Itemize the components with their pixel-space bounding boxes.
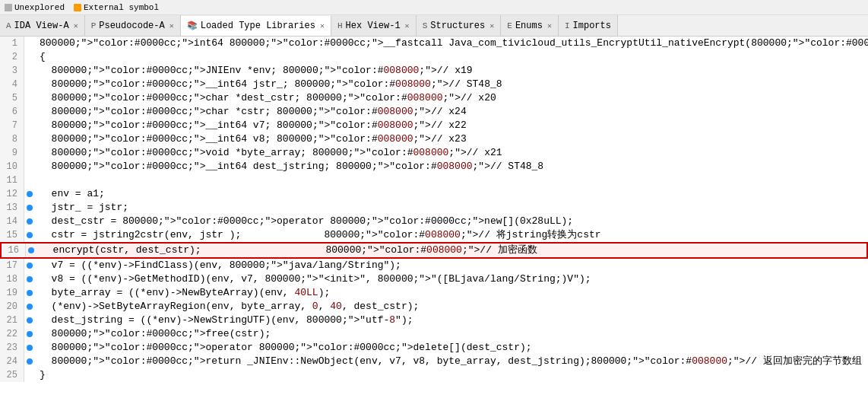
table-row: 7 800000;">"color:#0000cc;">__int64 v7; …: [0, 119, 868, 132]
line-content: 800000;">"color:#0000cc;">void *byte_arr…: [35, 146, 868, 160]
tab-pseudocode-close[interactable]: ✕: [169, 21, 174, 30]
table-row: 14 dest_cstr = 800000;">"color:#0000cc;"…: [0, 215, 868, 228]
line-number: 22: [0, 327, 24, 341]
line-number: 18: [0, 272, 24, 286]
tab-enums[interactable]: E Enums ✕: [501, 15, 559, 36]
tab-enums-close[interactable]: ✕: [547, 21, 552, 30]
line-number: 17: [0, 259, 24, 272]
tab-structures[interactable]: S Structures ✕: [417, 15, 502, 36]
external-dot: [74, 4, 81, 11]
line-content: 800000;">"color:#0000cc;">free(cstr);: [35, 327, 868, 341]
line-content: }: [35, 368, 868, 382]
tab-ida-view-close[interactable]: ✕: [74, 21, 78, 30]
tab-loaded-type[interactable]: 📚 Loaded Type Libraries ✕: [181, 16, 331, 37]
line-number: 16: [2, 244, 26, 257]
tab-structures-close[interactable]: ✕: [489, 21, 494, 30]
breakpoint-dot[interactable]: [24, 345, 35, 351]
line-number: 24: [0, 355, 24, 368]
tab-bar: A IDA View-A ✕ P Pseudocode-A ✕ 📚 Loaded…: [0, 15, 868, 37]
breakpoint-dot[interactable]: [24, 191, 35, 197]
table-row: 10 800000;">"color:#0000cc;">__int64 des…: [0, 160, 868, 174]
code-container[interactable]: 1800000;">"color:#0000cc;">int64 800000;…: [0, 37, 868, 398]
line-content: v7 = ((*env)->FindClass)(env, 800000;">"…: [35, 259, 868, 272]
tab-imports[interactable]: I Imports: [559, 15, 618, 36]
tab-loaded-type-close[interactable]: ✕: [320, 21, 325, 30]
line-content: 800000;">"color:#0000cc;">__int64 dest_j…: [35, 160, 868, 174]
tab-structures-label: Structures: [430, 21, 485, 31]
breakpoint-dot[interactable]: [24, 263, 35, 269]
table-row: 16 encrypt(cstr, dest_cstr); 800000;">"c…: [0, 242, 868, 259]
tab-enums-label: Enums: [515, 21, 543, 31]
line-number: 1: [0, 37, 24, 50]
breakpoint-dot[interactable]: [24, 218, 35, 224]
legend-bar: Unexplored External symbol: [0, 0, 868, 15]
legend-unexplored: Unexplored: [5, 3, 65, 12]
line-number: 11: [0, 174, 24, 187]
table-row: 5 800000;">"color:#0000cc;">char *dest_c…: [0, 91, 868, 105]
ida-view-icon: A: [6, 21, 11, 30]
line-number: 10: [0, 160, 24, 174]
line-content: 800000;">"color:#0000cc;">return _JNIEnv…: [35, 355, 868, 368]
line-content: jstr_ = jstr;: [35, 201, 868, 215]
tab-hex-view-close[interactable]: ✕: [405, 21, 410, 30]
breakpoint-dot[interactable]: [26, 247, 36, 253]
imports-icon: I: [565, 21, 570, 30]
breakpoint-dot[interactable]: [24, 276, 35, 282]
breakpoint-dot[interactable]: [24, 331, 35, 337]
tab-ida-view[interactable]: A IDA View-A ✕: [0, 15, 85, 36]
line-content: 800000;">"color:#0000cc;">JNIEnv *env; 8…: [35, 64, 868, 78]
legend-external: External symbol: [74, 3, 159, 12]
external-label: External symbol: [84, 3, 159, 12]
table-row: 6 800000;">"color:#0000cc;">char *cstr; …: [0, 105, 868, 119]
breakpoint-dot[interactable]: [24, 358, 35, 365]
table-row: 18 v8 = ((*env)->GetMethodID)(env, v7, 8…: [0, 272, 868, 286]
line-content: env = a1;: [35, 187, 868, 201]
table-row: 15 cstr = jstring2cstr(env, jstr ); 8000…: [0, 228, 868, 242]
main-window: Unexplored External symbol A IDA View-A …: [0, 0, 868, 398]
line-number: 14: [0, 215, 24, 228]
table-row: 22 800000;">"color:#0000cc;">free(cstr);: [0, 327, 868, 341]
line-content: 800000;">"color:#0000cc;">__int64 v8; 80…: [35, 132, 868, 146]
table-row: 12 env = a1;: [0, 187, 868, 201]
line-content: 800000;">"color:#0000cc;">__int64 v7; 80…: [35, 119, 868, 132]
tab-hex-view[interactable]: H Hex View-1 ✕: [331, 15, 417, 36]
tab-loaded-type-label: Loaded Type Libraries: [201, 21, 315, 31]
line-number: 7: [0, 119, 24, 132]
line-number: 5: [0, 91, 24, 105]
table-row: 11: [0, 174, 868, 187]
line-number: 9: [0, 146, 24, 160]
table-row: 2{: [0, 50, 868, 64]
pseudocode-icon: P: [91, 21, 97, 30]
line-number: 13: [0, 201, 24, 215]
tab-imports-label: Imports: [573, 21, 611, 31]
tab-hex-view-label: Hex View-1: [346, 21, 401, 31]
line-number: 3: [0, 64, 24, 78]
line-content: {: [35, 50, 868, 64]
tab-pseudocode-label: Pseudocode-A: [99, 21, 164, 31]
breakpoint-dot[interactable]: [24, 290, 35, 296]
line-number: 12: [0, 187, 24, 201]
line-number: 8: [0, 132, 24, 146]
loaded-type-icon: 📚: [187, 21, 198, 30]
table-row: 4 800000;">"color:#0000cc;">__int64 jstr…: [0, 78, 868, 91]
line-content: 800000;">"color:#0000cc;">__int64 jstr_;…: [35, 78, 868, 91]
line-content: encrypt(cstr, dest_cstr); 800000;">"colo…: [36, 244, 866, 257]
line-content: cstr = jstring2cstr(env, jstr ); 800000;…: [35, 228, 868, 242]
tab-pseudocode[interactable]: P Pseudocode-A ✕: [85, 15, 181, 36]
breakpoint-dot[interactable]: [24, 317, 35, 323]
breakpoint-dot[interactable]: [24, 304, 35, 310]
line-content: v8 = ((*env)->GetMethodID)(env, v7, 8000…: [35, 272, 868, 286]
table-row: 9 800000;">"color:#0000cc;">void *byte_a…: [0, 146, 868, 160]
table-row: 13 jstr_ = jstr;: [0, 201, 868, 215]
table-row: 20 (*env)->SetByteArrayRegion(env, byte_…: [0, 300, 868, 314]
breakpoint-dot[interactable]: [24, 205, 35, 211]
line-number: 19: [0, 286, 24, 300]
table-row: 24 800000;">"color:#0000cc;">return _JNI…: [0, 355, 868, 368]
breakpoint-dot[interactable]: [24, 232, 35, 238]
structures-icon: S: [423, 21, 428, 30]
table-row: 25}: [0, 368, 868, 382]
enums-icon: E: [507, 21, 512, 30]
table-row: 19 byte_array = ((*env)->NewByteArray)(e…: [0, 286, 868, 300]
line-content: byte_array = ((*env)->NewByteArray)(env,…: [35, 286, 868, 300]
line-content: 800000;">"color:#0000cc;">operator 80000…: [35, 341, 868, 355]
